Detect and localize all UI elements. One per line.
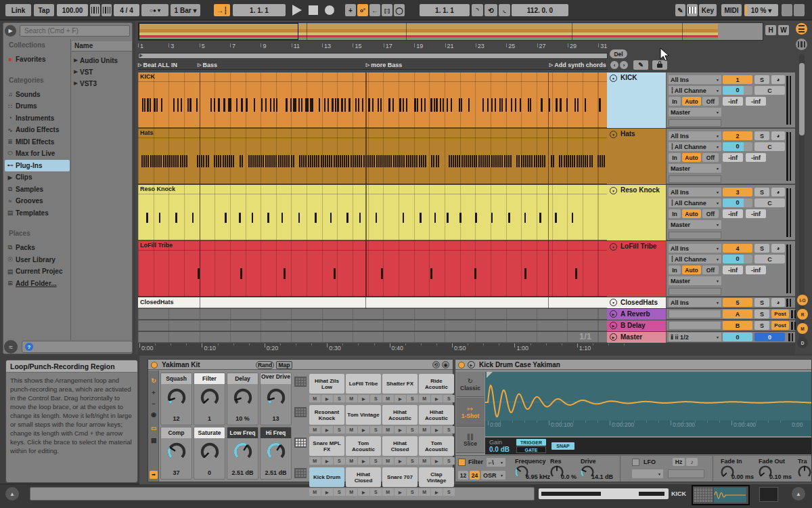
pad-play-button[interactable]: ▶ bbox=[394, 457, 406, 465]
trigger-button[interactable]: TRIGGER bbox=[516, 439, 546, 446]
pad-solo-button[interactable]: S bbox=[334, 426, 345, 433]
rand-button[interactable]: Rand bbox=[256, 361, 274, 369]
pad-play-button[interactable]: ▶ bbox=[394, 395, 406, 402]
arm-button[interactable]: ◕ bbox=[771, 75, 785, 84]
locator-more-bass[interactable]: ▷more Bass bbox=[366, 60, 402, 70]
pad-mute-button[interactable]: M bbox=[309, 395, 321, 402]
pad-mute-button[interactable]: M bbox=[382, 395, 394, 402]
pad-solo-button[interactable]: S bbox=[407, 457, 418, 465]
tab-1-shot[interactable]: ↦1-Shot bbox=[456, 398, 484, 427]
mixer-section-toggle-d[interactable]: D bbox=[797, 337, 808, 348]
map-button[interactable]: Map bbox=[276, 361, 292, 369]
pad-bank-mini-1[interactable] bbox=[294, 377, 307, 387]
pad-mute-button[interactable]: M bbox=[309, 426, 321, 433]
monitor-off-button[interactable]: Off bbox=[702, 153, 719, 162]
device-title-bar[interactable]: ▶Kick Drum Case Yakiman bbox=[455, 360, 812, 370]
browser-info-toggle[interactable]: ≈ bbox=[4, 340, 18, 354]
sample-preview-button[interactable]: ▶ bbox=[468, 361, 475, 368]
fade-knob-2[interactable] bbox=[796, 464, 812, 480]
track-name-cell[interactable]: ▼Reso Knock bbox=[607, 185, 667, 240]
device-chain-overview[interactable] bbox=[692, 485, 750, 505]
mixer-section-toggle-m[interactable]: M bbox=[797, 323, 808, 334]
pad-solo-button[interactable]: S bbox=[407, 488, 418, 496]
output-dropdown[interactable]: Master bbox=[669, 164, 721, 173]
sidebar-item-midi-effects[interactable]: ≣MIDI Effects bbox=[5, 136, 70, 148]
pad-solo-button[interactable]: S bbox=[370, 488, 382, 496]
sidebar-item-sounds[interactable]: ♫Sounds bbox=[5, 89, 70, 100]
device-activator-led[interactable] bbox=[151, 362, 158, 368]
output-dropdown[interactable]: Master bbox=[669, 108, 721, 117]
tab-classic[interactable]: ↻Classic bbox=[456, 372, 484, 397]
pad-solo-button[interactable]: S bbox=[370, 426, 382, 433]
macro-knob-2[interactable] bbox=[199, 387, 221, 408]
filter-toggle[interactable] bbox=[458, 459, 466, 466]
pad-mute-button[interactable]: M bbox=[346, 457, 357, 465]
pad-mute-button[interactable]: M bbox=[419, 395, 430, 402]
device-io-toggle-icon[interactable]: ➡ bbox=[150, 471, 158, 479]
input-type-dropdown[interactable]: All Ins bbox=[669, 188, 721, 196]
session-record-button[interactable]: ◯ bbox=[394, 4, 405, 16]
pad-play-button[interactable]: ▶ bbox=[431, 395, 443, 402]
loop-start-field[interactable]: 1. 1. 1 bbox=[420, 4, 470, 16]
search-input[interactable]: Search (Cmd + F) bbox=[20, 25, 130, 37]
track-fold-button[interactable]: ▶ bbox=[610, 333, 617, 341]
post-button[interactable]: Post bbox=[771, 310, 789, 318]
stop-button[interactable] bbox=[309, 5, 318, 15]
solo-button[interactable]: S bbox=[754, 298, 769, 307]
sidebar-item-clips[interactable]: ▶Clips bbox=[5, 171, 70, 183]
solo-button[interactable]: S bbox=[754, 244, 769, 253]
sidebar-item-max-for-live[interactable]: ⬭Max for Live bbox=[5, 148, 70, 159]
track-activator[interactable]: 4 bbox=[723, 244, 752, 253]
follow-button[interactable]: →┆ bbox=[214, 4, 230, 16]
track-activator[interactable]: 5 bbox=[723, 298, 752, 307]
arm-button[interactable]: ◕ bbox=[771, 188, 785, 196]
track-fold-button[interactable]: ▼ bbox=[610, 243, 617, 251]
pad-mute-button[interactable]: M bbox=[309, 457, 321, 465]
arrangement-position-display[interactable]: 1. 1. 1 bbox=[233, 4, 286, 16]
drum-pad-resonant-knock-10[interactable]: Resonant KnockM▶S bbox=[309, 405, 344, 435]
track-activator[interactable]: B bbox=[723, 321, 752, 330]
cue-out-dropdown[interactable]: ⅱ ii 1/2 bbox=[669, 333, 721, 341]
gain-field[interactable]: -inf bbox=[746, 153, 766, 162]
sidebar-item-templates[interactable]: ▤Templates bbox=[5, 207, 70, 219]
drum-pad-hihat-closed-31[interactable]: Hihat ClosedM▶S bbox=[346, 467, 381, 497]
track-activator[interactable]: 3 bbox=[723, 188, 752, 196]
track-fold-button[interactable]: ▼ bbox=[610, 187, 617, 194]
computer-midi-keyboard-button[interactable] bbox=[687, 4, 698, 16]
tab-slice[interactable]: ∥∥Slice bbox=[456, 427, 484, 453]
drum-pad-snare-mpl-fx-20[interactable]: Snare MPL FXM▶S bbox=[309, 436, 344, 466]
macro-knob-8[interactable] bbox=[265, 441, 287, 463]
sidebar-item-samples[interactable]: ⧉Samples bbox=[5, 184, 70, 195]
sidebar-item-favorites[interactable]: ■Favorites bbox=[5, 54, 70, 65]
quantize-length-menu[interactable]: 1 Bar ▾ bbox=[171, 4, 200, 16]
pad-mute-button[interactable]: M bbox=[382, 426, 394, 433]
loop-button[interactable]: ⟲ bbox=[484, 4, 497, 16]
gain-field[interactable]: -inf bbox=[746, 209, 766, 218]
track-name-cell[interactable]: ▶B Delay bbox=[607, 320, 667, 331]
pad-mute-button[interactable]: M bbox=[419, 488, 430, 496]
pad-mute-button[interactable]: M bbox=[419, 457, 430, 465]
cpu-meter[interactable]: 10 % ▾ bbox=[744, 4, 778, 16]
pan-slider[interactable]: 0 bbox=[723, 142, 752, 151]
gain-field[interactable]: -inf bbox=[746, 97, 766, 106]
track-fold-button[interactable]: ▼ bbox=[610, 75, 617, 82]
pad-mute-button[interactable]: M bbox=[346, 426, 357, 433]
overdub-button[interactable]: + bbox=[345, 4, 356, 16]
arm-button[interactable]: ◕ bbox=[771, 298, 785, 307]
track-name-cell[interactable]: ▶A Reverb bbox=[607, 309, 667, 320]
monitor-in-button[interactable]: In bbox=[669, 209, 681, 218]
return-b-lane[interactable] bbox=[138, 320, 607, 331]
nudge-down-button[interactable] bbox=[90, 4, 100, 16]
macro-knob-5[interactable] bbox=[166, 441, 187, 463]
drum-pad-clap-vintage-33[interactable]: Clap VintageM▶S bbox=[419, 467, 454, 497]
save-preset-icon[interactable]: ◉ bbox=[442, 361, 449, 368]
track-activator[interactable]: 1 bbox=[723, 75, 752, 84]
gain-field[interactable]: -inf bbox=[746, 266, 766, 274]
output-dropdown[interactable]: Master bbox=[669, 276, 721, 285]
pad-mute-button[interactable]: M bbox=[382, 457, 394, 465]
input-channel-dropdown[interactable]: All Channe bbox=[669, 255, 721, 263]
pan-slider[interactable]: 0 bbox=[723, 86, 752, 95]
drum-pad-hihat-acoustic-12[interactable]: Hihat AcousticM▶S bbox=[382, 405, 418, 435]
filter-slope-12-button[interactable]: 12 bbox=[458, 471, 468, 480]
tap-tempo-button[interactable]: Tap bbox=[34, 4, 54, 16]
